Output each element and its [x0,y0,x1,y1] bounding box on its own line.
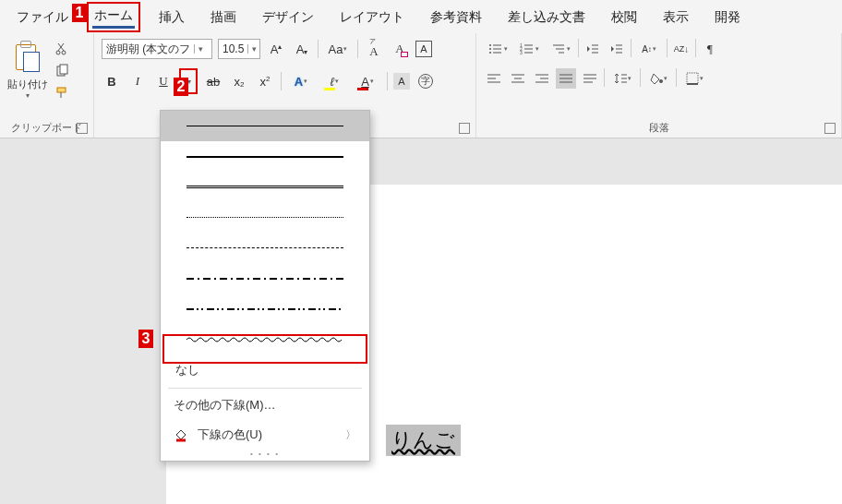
enclose-characters-button[interactable]: 字 [415,71,436,91]
group-paragraph: ▾ 123▾ ▾ A↕▾ AZ↓ ¶ ▾ [476,33,842,138]
paragraph-group-label: 段落 [476,117,841,138]
tab-insert[interactable]: 挿入 [151,4,192,30]
font-size-dropdown[interactable]: 10.5▾ [218,39,260,59]
underline-option-wave[interactable] [161,324,369,354]
tab-review[interactable]: 校閲 [604,4,644,30]
tab-references[interactable]: 参考資料 [423,4,489,30]
callout-3: 3 [138,330,153,348]
line-spacing-button[interactable]: ▾ [608,68,636,89]
align-distribute-button[interactable] [580,68,600,89]
svg-point-44 [659,79,663,83]
text-direction-button[interactable]: A↕▾ [635,39,663,59]
underline-option-dash-dot-dot[interactable] [161,294,369,324]
tab-layout[interactable]: レイアウト [332,4,412,30]
bold-button[interactable]: B [102,71,122,91]
show-marks-button[interactable]: ¶ [700,39,720,59]
svg-rect-45 [687,73,698,84]
paste-icon [12,39,43,76]
subscript-button[interactable]: x2 [229,71,249,91]
underline-option-dash-dot[interactable] [161,263,369,294]
underline-option-dotted[interactable] [161,202,369,233]
align-right-button[interactable] [532,68,552,89]
sort-button[interactable]: AZ↓ [671,39,692,59]
underline-color-item[interactable]: 下線の色(U) 〉 [161,420,369,450]
menu-resize-grip[interactable]: • • • • [161,450,369,461]
underline-option-thick[interactable] [161,141,369,172]
paragraph-dialog-launcher[interactable] [824,123,836,134]
underline-option-none[interactable]: なし [161,354,369,386]
paste-button[interactable]: 貼り付け ▾ [7,39,48,100]
tab-home[interactable]: ホーム [92,6,135,29]
paste-label: 貼り付け [7,78,48,91]
font-color-button[interactable]: A▾ [354,71,381,91]
clipboard-mini-buttons [54,39,70,102]
chevron-right-icon: 〉 [345,427,356,443]
ribbon-tabs: ファイル ホーム 挿入 描画 デザイン レイアウト 参考資料 差し込み文書 校閲… [0,0,842,33]
clear-formatting-button[interactable]: A [390,39,410,59]
font-name-dropdown[interactable]: 游明朝 (本文のフ▾ [102,39,212,59]
shrink-font-button[interactable]: A▾ [292,39,312,59]
borders-button[interactable]: ▾ [680,68,708,89]
tab-view[interactable]: 表示 [656,4,696,30]
character-border-button[interactable]: A [415,41,432,57]
grow-font-button[interactable]: A▴ [266,39,286,59]
underline-option-single[interactable] [161,111,369,141]
svg-text:3: 3 [520,50,523,55]
align-justify-button[interactable] [556,68,576,89]
align-center-button[interactable] [508,68,528,89]
format-painter-button[interactable] [54,85,70,102]
highlight-home-tab: ホーム [87,2,140,32]
underline-option-double[interactable] [161,172,369,202]
svg-point-1 [62,51,66,54]
clipboard-dialog-launcher[interactable] [77,123,88,134]
copy-button[interactable] [54,63,70,79]
tab-mailings[interactable]: 差し込み文書 [500,4,593,30]
change-case-button[interactable]: Aa▾ [324,39,352,59]
tab-design[interactable]: デザイン [255,4,321,30]
strikethrough-button[interactable]: ab [203,71,223,91]
ribbon: 貼り付け ▾ クリップボード 游明朝 (本文のフ▾ 10.5▾ A▴ A▾ [0,33,842,138]
group-clipboard: 貼り付け ▾ クリップボード [0,33,94,138]
cut-button[interactable] [54,41,70,57]
callout-2: 2 [174,78,188,96]
increase-indent-button[interactable] [607,39,627,59]
numbering-button[interactable]: 123▾ [515,39,543,59]
text-effects-button[interactable]: A▾ [287,71,315,91]
tab-developer[interactable]: 開発 [707,4,748,30]
bullets-button[interactable]: ▾ [484,39,511,59]
clipboard-group-label: クリップボード [0,117,93,138]
font-dialog-launcher[interactable] [459,123,470,134]
superscript-button[interactable]: x2 [255,71,275,91]
tab-draw[interactable]: 描画 [203,4,244,30]
svg-rect-4 [57,88,66,92]
underline-button[interactable]: U [153,71,174,91]
multilevel-list-button[interactable]: ▾ [547,39,574,59]
align-left-button[interactable] [484,68,504,89]
paint-bucket-icon [174,427,188,442]
callout-1: 1 [72,4,87,22]
underline-option-dashed[interactable] [161,233,369,263]
underline-style-menu: なし その他の下線(M)… 下線の色(U) 〉 • • • • [160,110,370,462]
svg-point-5 [489,44,491,46]
phonetic-guide-button[interactable]: アA [364,39,384,59]
svg-point-7 [489,48,491,50]
tab-file[interactable]: ファイル [9,4,76,30]
svg-rect-3 [60,65,67,74]
more-underlines-item[interactable]: その他の下線(M)… [161,390,369,420]
sample-text[interactable]: りんご [386,425,461,456]
svg-point-0 [56,51,60,54]
character-shading-button[interactable]: A [393,73,410,90]
decrease-indent-button[interactable] [583,39,603,59]
italic-button[interactable]: I [127,71,148,91]
svg-point-9 [489,52,491,54]
highlight-color-button[interactable]: ℓ▾ [320,71,348,91]
shading-button[interactable]: ▾ [644,68,672,89]
